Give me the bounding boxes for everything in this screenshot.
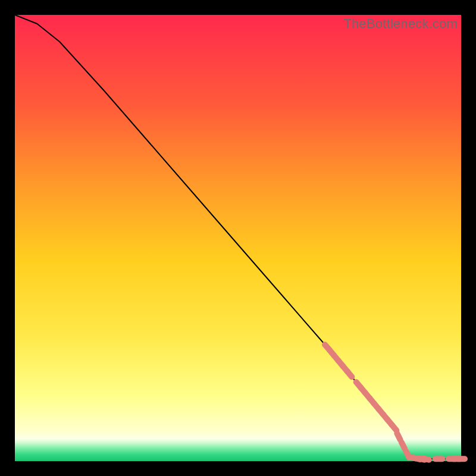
data-marker [397,433,400,440]
chart-plot [15,15,461,461]
data-marker [392,425,397,430]
chart-frame: TheBottleneck.com [15,15,461,461]
watermark-text: TheBottleneck.com [343,16,458,32]
data-marker [347,371,352,377]
data-marker [422,458,429,460]
curve-line [15,15,461,459]
data-marker [402,442,405,449]
curve-markers [325,345,465,459]
